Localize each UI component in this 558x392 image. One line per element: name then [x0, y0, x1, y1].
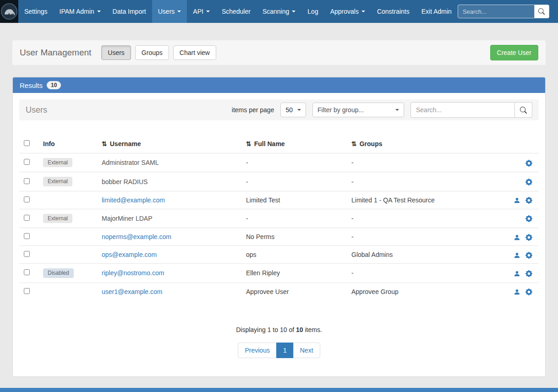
user-profile-icon[interactable]: [514, 270, 520, 277]
gear-icon[interactable]: [525, 179, 532, 185]
table-row: ops@example.comopsGlobal Admins: [19, 246, 539, 264]
account-menu[interactable]: [549, 8, 558, 15]
groups: Limited 1 - QA Test Resource: [348, 191, 487, 209]
tab-chart-view[interactable]: Chart view: [173, 45, 216, 60]
full-name: No Perms: [242, 228, 348, 246]
tab-users[interactable]: Users: [101, 45, 131, 60]
pagination-next[interactable]: Next: [293, 343, 320, 358]
full-name: ops: [242, 246, 348, 264]
user-profile-icon[interactable]: [514, 197, 520, 204]
nav-item-scanning[interactable]: Scanning: [257, 0, 301, 23]
username[interactable]: limited@example.com: [102, 196, 165, 204]
caret-down-icon: [395, 109, 399, 111]
bottom-bar: [0, 388, 558, 392]
gear-icon[interactable]: [525, 234, 532, 241]
group-filter-select[interactable]: Filter by group...: [312, 103, 404, 117]
gear-icon[interactable]: [525, 215, 532, 222]
pagination-previous[interactable]: Previous: [238, 343, 276, 358]
user-profile-icon[interactable]: [514, 234, 520, 241]
view-tabs: UsersGroupsChart view: [101, 45, 216, 60]
navbar-search-button[interactable]: [535, 5, 549, 18]
table-search-input[interactable]: [410, 102, 515, 118]
nav-item-exit-admin[interactable]: Exit Admin: [416, 0, 458, 23]
caret-down-icon: [177, 11, 181, 12]
select-all-checkbox[interactable]: [24, 140, 30, 146]
username: Administrator SAML: [102, 159, 159, 166]
column-header-full-name[interactable]: Full Name: [242, 136, 348, 153]
table-header-row: Info Username Full Name Groups: [19, 136, 539, 153]
gear-icon[interactable]: [525, 289, 532, 295]
row-checkbox[interactable]: [24, 288, 30, 294]
groups: -: [348, 153, 487, 172]
username[interactable]: ops@example.com: [102, 251, 157, 258]
pagination-page-1[interactable]: 1: [276, 343, 294, 358]
groups: -: [348, 172, 487, 191]
results-count-badge: 10: [47, 81, 61, 89]
row-checkbox[interactable]: [24, 215, 30, 221]
user-profile-icon[interactable]: [514, 289, 520, 295]
display-summary: Displaying 1 to 10 of 10 items.: [19, 326, 539, 333]
row-checkbox[interactable]: [24, 251, 30, 257]
nav-item-users[interactable]: Users: [152, 0, 187, 23]
gear-icon[interactable]: [525, 160, 532, 167]
column-header-info: Info: [39, 136, 98, 153]
nav-item-settings[interactable]: Settings: [18, 0, 54, 23]
username[interactable]: ripley@nostromo.com: [102, 269, 164, 277]
column-header-groups[interactable]: Groups: [348, 136, 487, 153]
table-row: Disabledripley@nostromo.comEllen Ripley-: [19, 264, 539, 283]
row-checkbox[interactable]: [24, 233, 30, 239]
full-name: Limited Test: [242, 191, 348, 209]
username: MajorMiner LDAP: [102, 215, 152, 222]
row-checkbox[interactable]: [24, 159, 30, 165]
tab-groups[interactable]: Groups: [135, 45, 169, 60]
caret-down-icon: [297, 109, 301, 111]
pagination: Previous 1 Next: [238, 343, 320, 358]
row-checkbox[interactable]: [24, 269, 30, 275]
row-checkbox[interactable]: [24, 196, 30, 202]
gear-icon[interactable]: [525, 270, 532, 277]
nav-item-data-import[interactable]: Data Import: [107, 0, 152, 23]
navbar-search-input[interactable]: [458, 5, 535, 18]
table-row: user1@example.comApprovee UserApprovee G…: [19, 283, 539, 300]
username[interactable]: user1@example.com: [102, 288, 163, 295]
full-name: -: [242, 209, 348, 228]
table-row: ExternalAdministrator SAML--: [19, 153, 539, 172]
caret-down-icon: [361, 11, 365, 12]
search-icon: [538, 8, 545, 15]
results-panel: Results 10 Users items per page 50 Filte…: [12, 77, 546, 377]
section-title: Users: [26, 105, 47, 115]
page-header: User Management UsersGroupsChart view Cr…: [12, 40, 546, 65]
username[interactable]: noperms@example.com: [102, 233, 171, 240]
gear-icon[interactable]: [525, 197, 532, 204]
full-name: Approvee User: [242, 283, 348, 300]
nav-menu: SettingsIPAM AdminData ImportUsersAPISch…: [18, 0, 458, 23]
nav-item-log[interactable]: Log: [301, 0, 324, 23]
create-user-button[interactable]: Create User: [490, 45, 538, 60]
groups: Approvee Group: [348, 283, 487, 300]
mammoth-logo-icon: [0, 2, 18, 21]
items-per-page-select[interactable]: 50: [280, 103, 306, 117]
groups: -: [348, 209, 487, 228]
status-badge: External: [43, 177, 72, 186]
search-icon: [520, 107, 527, 114]
nav-item-api[interactable]: API: [187, 0, 216, 23]
column-header-username[interactable]: Username: [98, 136, 242, 153]
row-checkbox[interactable]: [24, 178, 30, 184]
full-name: Ellen Ripley: [242, 264, 348, 283]
results-title: Results: [20, 82, 43, 89]
gear-icon[interactable]: [525, 252, 532, 259]
sort-icon: [102, 140, 107, 147]
nav-item-scheduler[interactable]: Scheduler: [216, 0, 257, 23]
users-table: Info Username Full Name Groups ExternalA…: [19, 136, 539, 300]
caret-down-icon: [292, 11, 295, 12]
nav-item-approvals[interactable]: Approvals: [324, 0, 371, 23]
table-row: limited@example.comLimited TestLimited 1…: [19, 191, 539, 209]
nav-item-constraints[interactable]: Constraints: [371, 0, 416, 23]
table-search-button[interactable]: [515, 102, 532, 118]
user-profile-icon[interactable]: [514, 252, 520, 259]
app-logo[interactable]: [0, 0, 18, 23]
results-header: Results 10: [13, 77, 545, 93]
sort-icon: [351, 140, 357, 147]
nav-item-ipam-admin[interactable]: IPAM Admin: [54, 0, 107, 23]
table-row: Externalbobber RADIUS--: [19, 172, 539, 191]
